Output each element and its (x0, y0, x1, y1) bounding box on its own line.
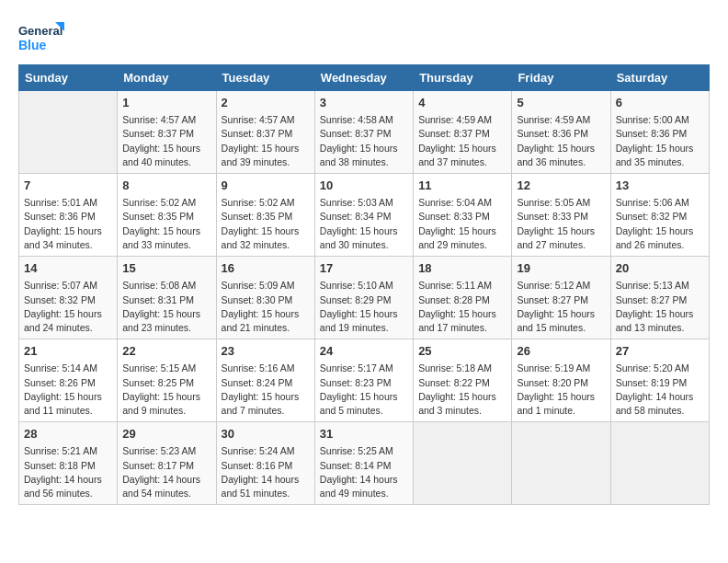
day-header-monday: Monday (118, 65, 216, 91)
calendar-cell: 3Sunrise: 4:58 AM Sunset: 8:37 PM Daylig… (314, 91, 413, 174)
day-number: 21 (24, 343, 112, 360)
calendar-week-5: 28Sunrise: 5:21 AM Sunset: 8:18 PM Dayli… (19, 422, 710, 505)
day-info: Sunrise: 5:07 AM Sunset: 8:32 PM Dayligh… (24, 279, 112, 335)
calendar-cell (610, 422, 709, 505)
day-number: 11 (418, 178, 506, 194)
day-info: Sunrise: 5:11 AM Sunset: 8:28 PM Dayligh… (418, 279, 506, 335)
calendar-cell: 24Sunrise: 5:17 AM Sunset: 8:23 PM Dayli… (314, 339, 413, 422)
day-number: 17 (320, 260, 408, 277)
calendar-cell: 29Sunrise: 5:23 AM Sunset: 8:17 PM Dayli… (118, 422, 216, 505)
calendar-cell: 18Sunrise: 5:11 AM Sunset: 8:28 PM Dayli… (414, 257, 512, 339)
day-number: 3 (320, 95, 408, 111)
day-info: Sunrise: 5:18 AM Sunset: 8:22 PM Dayligh… (418, 362, 506, 418)
day-header-saturday: Saturday (610, 65, 709, 91)
day-header-thursday: Thursday (414, 65, 512, 91)
calendar-cell: 1Sunrise: 4:57 AM Sunset: 8:37 PM Daylig… (118, 91, 216, 174)
day-info: Sunrise: 5:20 AM Sunset: 8:19 PM Dayligh… (616, 362, 704, 418)
day-info: Sunrise: 5:23 AM Sunset: 8:17 PM Dayligh… (122, 444, 210, 500)
day-number: 22 (122, 343, 210, 360)
calendar-cell (414, 422, 512, 505)
calendar-cell (19, 91, 118, 174)
day-header-tuesday: Tuesday (216, 65, 314, 91)
day-info: Sunrise: 4:59 AM Sunset: 8:36 PM Dayligh… (517, 113, 605, 169)
calendar-table: SundayMondayTuesdayWednesdayThursdayFrid… (18, 64, 710, 505)
calendar-week-1: 1Sunrise: 4:57 AM Sunset: 8:37 PM Daylig… (19, 91, 710, 174)
calendar-cell: 4Sunrise: 4:59 AM Sunset: 8:37 PM Daylig… (414, 91, 512, 174)
day-number: 30 (222, 426, 310, 442)
calendar-cell: 17Sunrise: 5:10 AM Sunset: 8:29 PM Dayli… (314, 257, 413, 339)
calendar-cell: 16Sunrise: 5:09 AM Sunset: 8:30 PM Dayli… (216, 257, 314, 339)
day-number: 28 (24, 426, 112, 442)
day-number: 8 (122, 178, 210, 194)
day-number: 26 (517, 343, 605, 360)
calendar-cell: 14Sunrise: 5:07 AM Sunset: 8:32 PM Dayli… (19, 257, 118, 339)
day-number: 2 (222, 95, 310, 111)
svg-text:General: General (18, 24, 63, 38)
day-number: 15 (122, 260, 210, 277)
day-info: Sunrise: 5:16 AM Sunset: 8:24 PM Dayligh… (222, 362, 310, 418)
calendar-cell: 19Sunrise: 5:12 AM Sunset: 8:27 PM Dayli… (512, 257, 610, 339)
day-info: Sunrise: 5:21 AM Sunset: 8:18 PM Dayligh… (24, 444, 112, 500)
calendar-cell: 8Sunrise: 5:02 AM Sunset: 8:35 PM Daylig… (118, 174, 216, 257)
calendar-week-3: 14Sunrise: 5:07 AM Sunset: 8:32 PM Dayli… (19, 257, 710, 339)
calendar-cell: 22Sunrise: 5:15 AM Sunset: 8:25 PM Dayli… (118, 339, 216, 422)
day-info: Sunrise: 5:00 AM Sunset: 8:36 PM Dayligh… (616, 113, 704, 169)
logo: General Blue (18, 18, 64, 57)
calendar-cell: 2Sunrise: 4:57 AM Sunset: 8:37 PM Daylig… (216, 91, 314, 174)
day-header-friday: Friday (512, 65, 610, 91)
day-number: 23 (222, 343, 310, 360)
day-number: 10 (320, 178, 408, 194)
calendar-cell: 6Sunrise: 5:00 AM Sunset: 8:36 PM Daylig… (610, 91, 709, 174)
calendar-cell: 10Sunrise: 5:03 AM Sunset: 8:34 PM Dayli… (314, 174, 413, 257)
day-number: 19 (517, 260, 605, 277)
day-info: Sunrise: 5:04 AM Sunset: 8:33 PM Dayligh… (418, 196, 506, 252)
day-number: 14 (24, 260, 112, 277)
calendar-cell: 26Sunrise: 5:19 AM Sunset: 8:20 PM Dayli… (512, 339, 610, 422)
day-number: 7 (24, 178, 112, 194)
svg-text:Blue: Blue (18, 38, 47, 52)
day-number: 18 (418, 260, 506, 277)
day-info: Sunrise: 4:57 AM Sunset: 8:37 PM Dayligh… (122, 113, 210, 169)
day-info: Sunrise: 5:19 AM Sunset: 8:20 PM Dayligh… (517, 362, 605, 418)
calendar-cell: 27Sunrise: 5:20 AM Sunset: 8:19 PM Dayli… (610, 339, 709, 422)
day-number: 4 (418, 95, 506, 111)
calendar-cell: 20Sunrise: 5:13 AM Sunset: 8:27 PM Dayli… (610, 257, 709, 339)
day-info: Sunrise: 5:01 AM Sunset: 8:36 PM Dayligh… (24, 196, 112, 252)
day-info: Sunrise: 5:09 AM Sunset: 8:30 PM Dayligh… (222, 279, 310, 335)
day-info: Sunrise: 5:02 AM Sunset: 8:35 PM Dayligh… (122, 196, 210, 252)
page-header: General Blue (18, 18, 710, 57)
day-info: Sunrise: 4:58 AM Sunset: 8:37 PM Dayligh… (320, 113, 408, 169)
day-info: Sunrise: 5:05 AM Sunset: 8:33 PM Dayligh… (517, 196, 605, 252)
calendar-cell: 28Sunrise: 5:21 AM Sunset: 8:18 PM Dayli… (19, 422, 118, 505)
calendar-cell: 23Sunrise: 5:16 AM Sunset: 8:24 PM Dayli… (216, 339, 314, 422)
day-info: Sunrise: 5:10 AM Sunset: 8:29 PM Dayligh… (320, 279, 408, 335)
calendar-header-row: SundayMondayTuesdayWednesdayThursdayFrid… (19, 65, 710, 91)
day-number: 29 (122, 426, 210, 442)
day-number: 16 (222, 260, 310, 277)
day-info: Sunrise: 5:13 AM Sunset: 8:27 PM Dayligh… (616, 279, 704, 335)
calendar-cell: 31Sunrise: 5:25 AM Sunset: 8:14 PM Dayli… (314, 422, 413, 505)
day-info: Sunrise: 5:14 AM Sunset: 8:26 PM Dayligh… (24, 362, 112, 418)
calendar-cell: 30Sunrise: 5:24 AM Sunset: 8:16 PM Dayli… (216, 422, 314, 505)
day-number: 6 (616, 95, 704, 111)
day-info: Sunrise: 5:15 AM Sunset: 8:25 PM Dayligh… (122, 362, 210, 418)
calendar-cell: 21Sunrise: 5:14 AM Sunset: 8:26 PM Dayli… (19, 339, 118, 422)
calendar-cell: 25Sunrise: 5:18 AM Sunset: 8:22 PM Dayli… (414, 339, 512, 422)
calendar-cell: 9Sunrise: 5:02 AM Sunset: 8:35 PM Daylig… (216, 174, 314, 257)
calendar-cell: 5Sunrise: 4:59 AM Sunset: 8:36 PM Daylig… (512, 91, 610, 174)
calendar-cell: 7Sunrise: 5:01 AM Sunset: 8:36 PM Daylig… (19, 174, 118, 257)
day-info: Sunrise: 5:17 AM Sunset: 8:23 PM Dayligh… (320, 362, 408, 418)
day-header-sunday: Sunday (19, 65, 118, 91)
day-number: 12 (517, 178, 605, 194)
day-info: Sunrise: 5:24 AM Sunset: 8:16 PM Dayligh… (222, 444, 310, 500)
day-number: 1 (122, 95, 210, 111)
calendar-cell (512, 422, 610, 505)
day-info: Sunrise: 5:06 AM Sunset: 8:32 PM Dayligh… (616, 196, 704, 252)
calendar-cell: 13Sunrise: 5:06 AM Sunset: 8:32 PM Dayli… (610, 174, 709, 257)
day-number: 5 (517, 95, 605, 111)
day-info: Sunrise: 5:25 AM Sunset: 8:14 PM Dayligh… (320, 444, 408, 500)
day-info: Sunrise: 5:12 AM Sunset: 8:27 PM Dayligh… (517, 279, 605, 335)
day-number: 9 (222, 178, 310, 194)
day-info: Sunrise: 4:59 AM Sunset: 8:37 PM Dayligh… (418, 113, 506, 169)
day-header-wednesday: Wednesday (314, 65, 413, 91)
